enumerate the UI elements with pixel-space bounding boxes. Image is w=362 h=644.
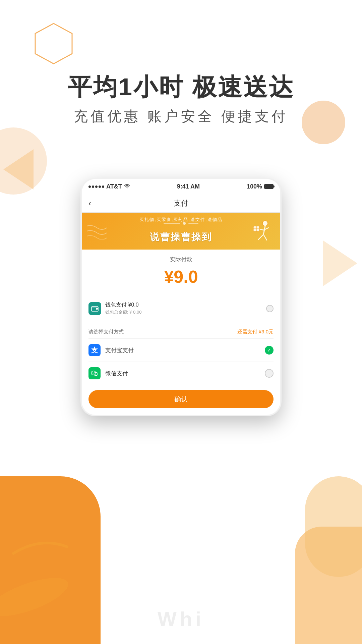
battery-percent: 100% [247, 183, 262, 190]
banner-main-text: 说曹操曹操到 [150, 231, 212, 244]
svg-point-3 [262, 221, 268, 226]
wallet-balance: 钱包总金额: ¥ 0.00 [105, 309, 141, 315]
wechat-name: 微信支付 [105, 370, 128, 377]
signal-icon [88, 185, 104, 188]
alipay-option[interactable]: 支 支付宝支付 ✓ [82, 339, 280, 362]
svg-point-20 [95, 374, 96, 374]
wechat-radio [265, 369, 274, 378]
banner-waves [85, 223, 112, 239]
wechat-icon [88, 367, 101, 379]
promo-banner: 买礼物,买零食,买药品,送文件,送物品 说曹操曹操到 [82, 213, 280, 250]
nav-title: 支付 [174, 198, 188, 208]
svg-line-8 [263, 234, 267, 240]
svg-point-16 [91, 371, 96, 375]
svg-marker-0 [35, 23, 72, 64]
carrier-label: AT&T [106, 183, 122, 190]
remaining-label: 还需支付:¥9.0元 [237, 329, 274, 335]
header-subtitle: 充值优惠 账户安全 便捷支付 [0, 107, 362, 126]
svg-point-21 [96, 374, 97, 374]
arrow-decoration-right [312, 235, 362, 292]
wallet-name: 钱包支付 ¥0.0 [105, 302, 141, 309]
watermark: Whi [158, 607, 204, 631]
wallet-left: 钱包支付 ¥0.0 钱包总金额: ¥ 0.00 [88, 302, 141, 315]
checkmark-icon: ✓ [267, 347, 271, 353]
bottom-decoration-left [0, 476, 101, 644]
status-bar: AT&T 9:41 AM 100% [82, 179, 280, 194]
alipay-radio-selected: ✓ [265, 346, 274, 355]
bottom-decoration-circle [305, 476, 362, 577]
alipay-option-left: 支 支付宝支付 [88, 344, 134, 356]
status-bar-left: AT&T [88, 183, 130, 190]
status-bar-right: 100% [247, 183, 274, 190]
phone-mockup: AT&T 9:41 AM 100% [80, 178, 282, 416]
banner-figure [250, 219, 274, 250]
choose-label: 请选择支付方式 [88, 329, 124, 335]
svg-line-7 [258, 234, 263, 239]
wifi-icon [124, 184, 130, 189]
wallet-section: 钱包支付 ¥0.0 钱包总金额: ¥ 0.00 [82, 296, 280, 321]
alipay-icon: 支 [88, 344, 101, 356]
wallet-radio[interactable] [266, 305, 274, 312]
battery-icon [264, 184, 274, 189]
choose-header: 请选择支付方式 还需支付:¥9.0元 [82, 324, 280, 338]
phone-frame: AT&T 9:41 AM 100% [80, 178, 282, 416]
alipay-name: 支付宝支付 [105, 346, 134, 354]
bottom-arc-left [10, 537, 70, 557]
svg-point-14 [97, 309, 98, 310]
wechat-option[interactable]: 微信支付 [82, 362, 280, 385]
header-section: 平均1小时 极速送达 充值优惠 账户安全 便捷支付 [0, 74, 362, 126]
remaining-amount: ¥9.0元 [259, 329, 274, 334]
payment-label: 实际付款 [82, 250, 280, 265]
wallet-icon [88, 302, 101, 315]
wallet-info: 钱包支付 ¥0.0 钱包总金额: ¥ 0.00 [105, 302, 141, 315]
arrow-decoration-left [0, 144, 44, 195]
svg-point-17 [92, 373, 93, 373]
svg-marker-2 [323, 240, 357, 286]
hexagon-decoration [30, 20, 77, 67]
remaining-text: 还需支付: [237, 329, 259, 334]
phone-inner: AT&T 9:41 AM 100% [82, 179, 280, 415]
choose-payment-section: 请选择支付方式 还需支付:¥9.0元 支 支付宝支付 ✓ [82, 324, 280, 408]
status-time: 9:41 AM [177, 183, 200, 190]
wechat-option-left: 微信支付 [88, 367, 128, 379]
back-button[interactable]: ‹ [88, 199, 91, 208]
confirm-button[interactable]: 确认 [88, 390, 274, 408]
nav-bar: ‹ 支付 [82, 194, 280, 213]
header-title: 平均1小时 极速送达 [0, 74, 362, 100]
svg-marker-1 [3, 149, 34, 190]
payment-amount: ¥9.0 [82, 265, 280, 293]
